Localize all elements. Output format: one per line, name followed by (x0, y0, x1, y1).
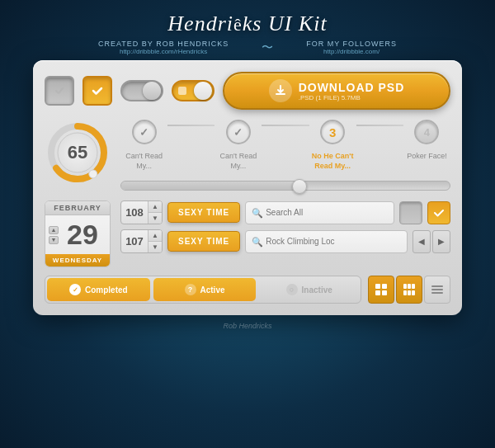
slider-thumb[interactable] (292, 179, 307, 194)
svg-rect-15 (431, 289, 443, 290)
svg-rect-9 (408, 284, 411, 289)
toggle-off-knob (143, 82, 161, 100)
calendar-weekday: WEDNESDAY (45, 254, 110, 266)
search-wrap-1: 🔍 (245, 201, 394, 224)
step-connector-3 (356, 125, 403, 126)
step-1-circle[interactable]: ✓ (132, 120, 157, 144)
inactive-icon: ○ (286, 284, 298, 295)
number-arrow-down-1[interactable]: ▼ (148, 213, 162, 224)
active-label: Active (200, 285, 225, 295)
toggle-on-bar (178, 87, 186, 95)
download-sub-text: .PSD (1 FILE) 5.7MB (299, 94, 405, 101)
page-title: Hendriêks UI Kit (98, 12, 397, 36)
nav-arrows: ◀ ▶ (412, 230, 450, 253)
input-row-2: 107 ▲ ▼ SEXY TIME 🔍 ◀ ▶ (120, 229, 450, 253)
search-input-2[interactable] (245, 230, 408, 253)
footer-credit: Rob Hendricks (223, 322, 271, 330)
svg-rect-12 (408, 290, 411, 295)
ui-kit-card: DOWNLOAD PSD .PSD (1 FILE) 5.7MB (33, 60, 462, 315)
row2-progress-steps: 65 ✓ ✓ 3 4 (45, 120, 450, 191)
sexy-time-btn-1[interactable]: SEXY TIME (167, 202, 240, 223)
subtitle-followers-label: FOR MY FOLLOWERS (306, 40, 397, 48)
calendar-day-area: ▲ ▼ 29 (45, 215, 110, 254)
steps-labels-row: Can't ReadMy... Can't ReadMy... No He Ca… (120, 149, 450, 171)
calendar-day: 29 (59, 219, 106, 251)
svg-rect-11 (403, 290, 407, 295)
row3-right: 108 ▲ ▼ SEXY TIME 🔍 (120, 200, 450, 253)
number-arrows-2: ▲ ▼ (148, 230, 162, 252)
step-1: ✓ (120, 120, 167, 144)
step-2-label-container: Can't ReadMy... (214, 149, 262, 171)
number-value-1: 108 (121, 201, 148, 224)
row1-controls: DOWNLOAD PSD .PSD (1 FILE) 5.7MB (45, 72, 450, 110)
small-checkbox-unchecked[interactable] (399, 201, 422, 224)
calendar-month: FEBRUARY (45, 201, 110, 215)
step-connector-2 (262, 125, 309, 126)
download-main-text: DOWNLOAD PSD (299, 81, 405, 94)
progress-ring: 65 (45, 120, 111, 186)
view-grid-btn[interactable] (368, 276, 394, 304)
toggle-on[interactable] (172, 80, 214, 101)
checkbox-unchecked[interactable] (45, 76, 74, 106)
subtitle-right: FOR MY FOLLOWERS http://dribbble.com/ (306, 40, 397, 55)
svg-rect-7 (382, 290, 387, 295)
completed-icon: ✓ (69, 284, 81, 295)
calendar: FEBRUARY ▲ ▼ 29 WEDNESDAY (45, 200, 111, 267)
sexy-time-btn-2[interactable]: SEXY TIME (167, 231, 240, 252)
step-2-circle[interactable]: ✓ (226, 120, 251, 144)
slider[interactable] (120, 181, 450, 191)
download-button[interactable]: DOWNLOAD PSD .PSD (1 FILE) 5.7MB (223, 72, 450, 110)
download-icon (269, 79, 292, 102)
search-input-1[interactable] (245, 201, 394, 224)
number-arrow-up-1[interactable]: ▲ (148, 201, 162, 213)
small-checkbox-checked[interactable] (427, 201, 450, 224)
step-1-label: Can't ReadMy... (125, 152, 163, 171)
step-2-label: Can't ReadMy... (219, 152, 257, 171)
checkbox-checked[interactable] (82, 76, 112, 106)
number-arrows-1: ▲ ▼ (148, 201, 162, 224)
calendar-arrow-up[interactable]: ▲ (49, 226, 59, 234)
step-3-label: No He Can'tRead My... (312, 152, 354, 171)
toggle-off[interactable] (120, 80, 163, 101)
view-tile-btn[interactable] (396, 276, 422, 304)
svg-rect-5 (382, 284, 387, 289)
nav-arrow-right[interactable]: ▶ (432, 230, 450, 253)
step-4-label-container: Poker Face! (403, 149, 450, 162)
number-arrow-down-2[interactable]: ▼ (148, 242, 162, 252)
svg-rect-6 (375, 290, 380, 295)
search-wrap-2: 🔍 (245, 230, 408, 253)
view-toggles (368, 276, 450, 304)
step-3-label-container: No He Can'tRead My... (309, 149, 356, 171)
number-arrow-up-2[interactable]: ▲ (148, 230, 162, 242)
number-input-2[interactable]: 107 ▲ ▼ (120, 229, 163, 253)
inactive-label: Inactive (302, 285, 332, 295)
status-tabs: ✓ Completed ? Active ○ Inactive (45, 276, 361, 304)
calendar-arrows: ▲ ▼ (49, 226, 59, 244)
status-tab-inactive[interactable]: ○ Inactive (257, 276, 361, 303)
status-tab-completed[interactable]: ✓ Completed (47, 278, 150, 301)
step-2: ✓ (214, 120, 262, 144)
step-connector-1 (167, 125, 214, 126)
slider-fill (121, 182, 302, 190)
toggle-on-knob (194, 82, 212, 100)
row4-status-view: ✓ Completed ? Active ○ Inactive (45, 276, 450, 304)
status-tab-active[interactable]: ? Active (153, 278, 257, 301)
download-text-block: DOWNLOAD PSD .PSD (1 FILE) 5.7MB (299, 81, 405, 101)
svg-rect-4 (375, 284, 380, 289)
input-row-1: 108 ▲ ▼ SEXY TIME 🔍 (120, 200, 450, 224)
step-3-circle[interactable]: 3 (320, 120, 345, 144)
step-1-label-container: Can't ReadMy... (120, 149, 167, 171)
step-4-label: Poker Face! (407, 152, 447, 162)
svg-rect-16 (431, 292, 443, 294)
header: Hendriêks UI Kit CREATED BY ROB HENDRICK… (98, 0, 397, 60)
calendar-arrow-down[interactable]: ▼ (49, 236, 59, 244)
row3-calendar-inputs: FEBRUARY ▲ ▼ 29 WEDNESDAY 108 ▲ ▼ (45, 200, 450, 267)
number-input-1[interactable]: 108 ▲ ▼ (120, 200, 163, 224)
svg-rect-10 (412, 284, 415, 289)
svg-rect-8 (403, 284, 407, 289)
step-4-circle[interactable]: 4 (414, 120, 439, 144)
number-value-2: 107 (121, 230, 148, 252)
nav-arrow-left[interactable]: ◀ (412, 230, 431, 253)
svg-rect-14 (431, 285, 443, 287)
view-list-btn[interactable] (424, 276, 450, 304)
